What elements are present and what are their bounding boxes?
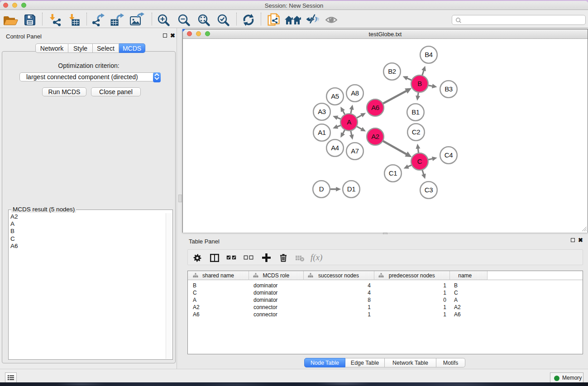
svg-text:C3: C3 (425, 186, 433, 194)
svg-text:C: C (417, 157, 422, 165)
svg-text:B1: B1 (411, 108, 420, 116)
svg-text:C4: C4 (445, 151, 453, 159)
svg-text:A4: A4 (331, 144, 339, 152)
svg-text:A1: A1 (318, 129, 326, 136)
svg-text:C1: C1 (389, 169, 397, 177)
svg-text:D: D (319, 185, 324, 193)
svg-text:B4: B4 (425, 51, 433, 58)
svg-text:A5: A5 (331, 92, 339, 100)
svg-text:B: B (417, 80, 422, 87)
svg-text:B3: B3 (445, 85, 453, 93)
svg-text:A7: A7 (351, 147, 359, 155)
svg-text:A6: A6 (371, 104, 379, 111)
svg-text:A: A (347, 118, 351, 126)
svg-text:A3: A3 (318, 108, 326, 115)
svg-text:C2: C2 (412, 128, 421, 136)
svg-text:A8: A8 (351, 89, 359, 97)
svg-text:D1: D1 (347, 185, 356, 193)
svg-text:B2: B2 (388, 67, 396, 75)
svg-text:A2: A2 (371, 133, 379, 140)
svg-text:f(x): f(x) (311, 253, 322, 262)
